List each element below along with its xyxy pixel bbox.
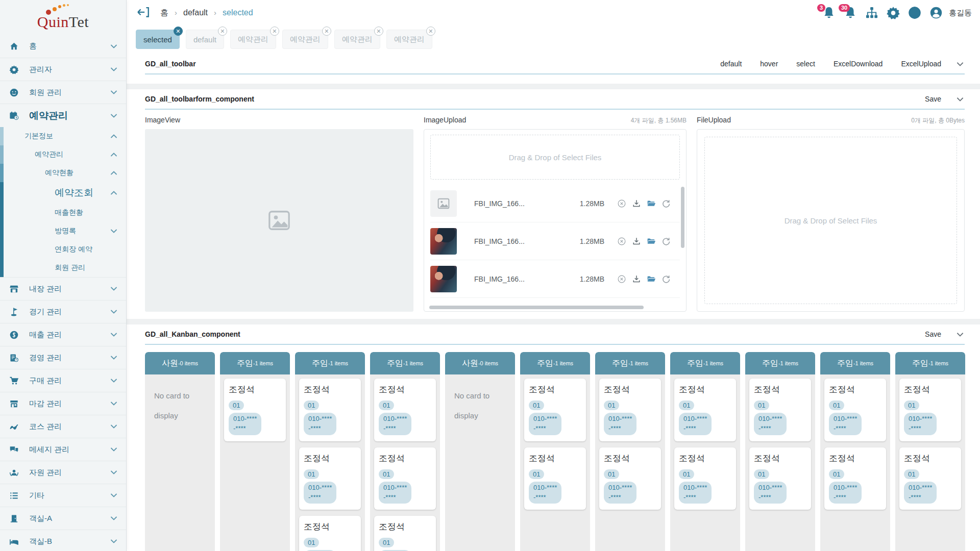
brand-logo[interactable]: QuinTet [0, 0, 126, 35]
toolbar-section: GD_all_toolbar defaulthoverselectExcelDo… [127, 54, 980, 84]
file-list-horizontal-scrollbar[interactable] [429, 306, 644, 309]
kanban-collapse-chevron-icon[interactable] [955, 330, 965, 339]
breadcrumb-item-홈[interactable]: 홈 [160, 8, 168, 17]
home-icon [9, 41, 19, 51]
sitemap-icon[interactable] [865, 6, 878, 19]
form-save-button[interactable]: Save [925, 95, 941, 103]
imageupload-dropzone[interactable]: Drag & Drop of Select Files [430, 135, 680, 180]
kanban-card[interactable]: 조정석01010-****-**** [599, 379, 661, 441]
tab-close-icon[interactable]: ✕ [322, 27, 331, 36]
fileupload-dropzone[interactable]: Drag & Drop of Select Files [704, 137, 957, 304]
kanban-card[interactable]: 조정석01010-****-**** [899, 447, 961, 510]
sidebar-item-예약관리[interactable]: 예약관리 [0, 104, 126, 127]
kanban-card[interactable]: 조정석01010-****-**** [899, 379, 961, 441]
tab-default-1[interactable]: default✕ [186, 30, 224, 49]
card-title: 조정석 [379, 453, 431, 464]
toolbar-button-hover[interactable]: hover [760, 60, 778, 68]
kanban-card[interactable]: 조정석01010-****-**** [374, 447, 436, 510]
sidebar-item-객실-A[interactable]: 객실-A [0, 507, 126, 530]
user-name[interactable]: 홍길동 [949, 8, 972, 18]
sidebar-subitem-예약관리[interactable]: 예약관리 [0, 145, 126, 164]
collapse-sidebar-icon[interactable] [137, 7, 150, 19]
globe-icon[interactable] [908, 6, 921, 19]
sidebar-subitem-방명록[interactable]: 방명록 [0, 222, 126, 240]
reload-file-icon[interactable] [662, 199, 671, 208]
sidebar-item-자원 관리[interactable]: 자원 관리 [0, 461, 126, 484]
toolbar-button-default[interactable]: default [720, 60, 742, 68]
kanban-column-body: 조정석01010-****-****조정석01010-****-**** [520, 374, 590, 551]
download-file-icon[interactable] [632, 199, 641, 208]
tab-예약관리-5[interactable]: 예약관리✕ [386, 30, 432, 49]
reload-file-icon[interactable] [662, 237, 671, 246]
kanban-card[interactable]: 조정석01010-****-**** [749, 447, 811, 510]
open-folder-icon[interactable] [647, 237, 656, 246]
tab-예약관리-4[interactable]: 예약관리✕ [334, 30, 380, 49]
sidebar-subitem-연회장 예약[interactable]: 연회장 예약 [0, 240, 126, 259]
download-file-icon[interactable] [632, 237, 641, 246]
breadcrumb-item-default[interactable]: default [183, 8, 208, 17]
sidebar-item-label: 마감 관리 [29, 399, 110, 409]
tab-close-icon[interactable]: ✕ [270, 27, 279, 36]
sidebar-subitem-예약조회[interactable]: 예약조회 [0, 182, 126, 204]
toolbar-button-select[interactable]: select [796, 60, 815, 68]
remove-file-icon[interactable] [617, 274, 626, 284]
sidebar-item-구매 관리[interactable]: 구매 관리 [0, 369, 126, 392]
kanban-card[interactable]: 조정석01010-****-**** [374, 516, 436, 551]
file-row: FBI_IMG_166...1.28MB [430, 260, 680, 298]
kanban-card[interactable]: 조정석01010-****-**** [299, 447, 361, 510]
kanban-save-button[interactable]: Save [925, 330, 941, 338]
sidebar-item-코스 관리[interactable]: 코스 관리 [0, 415, 126, 438]
kanban-card[interactable]: 조정석01010-****-**** [674, 379, 736, 441]
sidebar-subitem-매출현황[interactable]: 매출현황 [0, 204, 126, 222]
toolbar-button-ExcelDownload[interactable]: ExcelDownload [834, 60, 883, 68]
sidebar-item-메세지 관리[interactable]: 메세지 관리 [0, 438, 126, 461]
sidebar-item-회원 관리[interactable]: 회원 관리 [0, 81, 126, 104]
file-list-vertical-scrollbar[interactable] [681, 187, 684, 248]
toolbar-button-ExcelUpload[interactable]: ExcelUpload [901, 60, 941, 68]
sidebar-item-기타[interactable]: 기타 [0, 484, 126, 507]
kanban-card[interactable]: 조정석01010-****-**** [299, 516, 361, 551]
tab-예약관리-2[interactable]: 예약관리✕ [230, 30, 276, 49]
form-collapse-chevron-icon[interactable] [955, 94, 965, 104]
kanban-card[interactable]: 조정석01010-****-**** [824, 379, 886, 441]
sidebar-item-경영 관리[interactable]: 경영 관리 [0, 346, 126, 369]
kanban-card[interactable]: 조정석01010-****-**** [524, 447, 586, 510]
open-folder-icon[interactable] [647, 274, 656, 284]
download-file-icon[interactable] [632, 274, 641, 284]
remove-file-icon[interactable] [617, 237, 626, 246]
reload-file-icon[interactable] [662, 274, 671, 284]
kanban-card[interactable]: 조정석01010-****-**** [674, 447, 736, 510]
sidebar-item-내장 관리[interactable]: 내장 관리 [0, 277, 126, 300]
tab-selected-0[interactable]: selected✕ [136, 30, 180, 49]
remove-file-icon[interactable] [617, 199, 626, 208]
kanban-card[interactable]: 조정석01010-****-**** [749, 379, 811, 441]
sidebar-subitem-회원 관리[interactable]: 회원 관리 [0, 259, 126, 277]
toolbar-collapse-chevron-icon[interactable] [955, 59, 965, 68]
account-icon[interactable] [929, 6, 943, 19]
sidebar-item-매출 관리[interactable]: 매출 관리 [0, 323, 126, 346]
sidebar-item-홈[interactable]: 홈 [0, 35, 126, 58]
notification-bell-icon[interactable]: 3 [822, 6, 836, 19]
open-folder-icon[interactable] [647, 199, 656, 208]
settings-gear-icon[interactable] [887, 6, 900, 19]
kanban-card[interactable]: 조정석01010-****-**** [224, 379, 286, 441]
sidebar-item-경기 관리[interactable]: 경기 관리 [0, 300, 126, 323]
kanban-card[interactable]: 조정석01010-****-**** [524, 379, 586, 441]
sidebar-item-관리자[interactable]: 관리자 [0, 58, 126, 81]
kanban-card[interactable]: 조정석01010-****-**** [599, 447, 661, 510]
tab-close-icon[interactable]: ✕ [218, 27, 227, 36]
sidebar-subitem-기본정보[interactable]: 기본정보 [0, 127, 126, 145]
kanban-card[interactable]: 조정석01010-****-**** [824, 447, 886, 510]
sidebar-item-객실-B[interactable]: 객실-B [0, 530, 126, 551]
alert-bell-icon[interactable]: 30 [844, 6, 857, 19]
tab-close-icon[interactable]: ✕ [174, 27, 183, 36]
tab-예약관리-3[interactable]: 예약관리✕ [282, 30, 328, 49]
kanban-card[interactable]: 조정석01010-****-**** [299, 379, 361, 441]
card-title: 조정석 [379, 384, 431, 395]
sidebar-subitem-예약현황[interactable]: 예약현황 [0, 164, 126, 182]
breadcrumb-item-selected[interactable]: selected [223, 8, 253, 17]
tab-close-icon[interactable]: ✕ [426, 27, 435, 36]
tab-close-icon[interactable]: ✕ [374, 27, 383, 36]
sidebar-item-마감 관리[interactable]: 마감 관리 [0, 392, 126, 415]
kanban-card[interactable]: 조정석01010-****-**** [374, 379, 436, 441]
